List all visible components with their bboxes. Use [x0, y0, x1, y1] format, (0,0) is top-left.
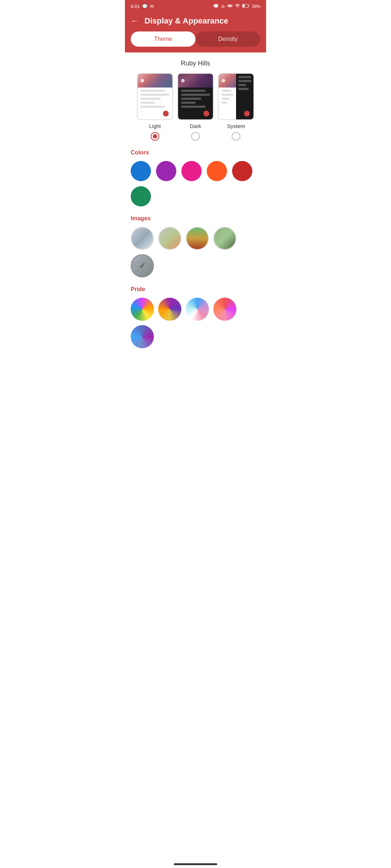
pride-row	[131, 298, 260, 348]
system-line4	[222, 102, 227, 104]
dark-radio[interactable]	[191, 132, 200, 141]
color-orange[interactable]	[207, 161, 227, 181]
light-line2	[140, 94, 169, 96]
theme-name: Ruby Hills	[131, 60, 260, 67]
colors-section-header: Colors	[131, 149, 260, 156]
system-radio[interactable]	[232, 132, 240, 141]
light-body	[138, 88, 172, 112]
system-preview	[218, 73, 254, 120]
dark-line3	[181, 98, 201, 100]
image-3[interactable]	[186, 227, 209, 250]
email-icon: ✉	[150, 4, 154, 9]
pride-1[interactable]	[131, 298, 154, 321]
battery-percent: 38%	[252, 4, 260, 9]
whatsapp-icon: 💬	[142, 4, 148, 9]
images-section-header: Images	[131, 215, 260, 222]
dark-preview	[177, 73, 214, 120]
system-dark-line3	[238, 84, 246, 86]
status-left: 6:01 💬 ✉	[131, 4, 154, 9]
dnd-icon: ⊖	[221, 4, 225, 9]
wifi-icon	[227, 3, 233, 9]
system-dark-lines	[236, 74, 253, 94]
image-4[interactable]	[213, 227, 236, 250]
pride-4[interactable]	[213, 298, 236, 321]
dark-header-img	[178, 74, 213, 88]
color-pink[interactable]	[181, 161, 202, 181]
light-line5	[140, 106, 165, 108]
selected-checkmark: ✓	[139, 261, 146, 271]
dark-line5	[181, 106, 206, 108]
dark-line4	[181, 102, 196, 104]
light-line4	[140, 102, 155, 104]
light-line1	[140, 90, 165, 92]
back-button[interactable]: ←	[131, 16, 139, 26]
status-right: ⊖ 38%	[213, 3, 260, 10]
color-red[interactable]	[232, 161, 252, 181]
system-body	[219, 88, 236, 108]
image-5-selected[interactable]: ✓	[131, 254, 154, 277]
theme-options: Light Dark	[131, 73, 260, 141]
vibrate-icon	[213, 3, 219, 10]
dark-body	[178, 88, 213, 112]
status-bar: 6:01 💬 ✉ ⊖ 38%	[125, 0, 266, 12]
header: ← Display & Appearance	[125, 12, 266, 31]
signal-icon	[235, 3, 240, 9]
light-label: Light	[149, 123, 161, 129]
system-header-dot	[222, 79, 225, 82]
system-dark-line4	[238, 88, 249, 90]
tab-bar: Theme Density	[125, 31, 266, 52]
system-dark-line1	[238, 76, 251, 78]
system-line2	[222, 94, 233, 96]
light-preview	[137, 73, 173, 120]
theme-option-light[interactable]: Light	[137, 73, 173, 141]
light-header-img	[138, 74, 172, 88]
light-line3	[140, 98, 161, 100]
battery-icon	[242, 4, 249, 9]
dark-label: Dark	[190, 123, 201, 129]
color-blue[interactable]	[131, 161, 151, 181]
dark-line1	[181, 90, 206, 92]
image-2[interactable]	[158, 227, 181, 250]
theme-option-system[interactable]: System	[218, 73, 254, 141]
image-1[interactable]	[131, 227, 154, 250]
light-fab	[163, 111, 169, 116]
pride-2[interactable]	[158, 298, 181, 321]
svg-rect-1	[243, 5, 245, 7]
light-header-dot	[140, 79, 144, 82]
time: 6:01	[131, 4, 140, 9]
content: Ruby Hills Light	[125, 52, 266, 356]
pride-5[interactable]	[131, 325, 154, 348]
pride-3[interactable]	[186, 298, 209, 321]
colors-row	[131, 161, 260, 207]
tab-theme[interactable]: Theme	[131, 31, 196, 47]
tab-density[interactable]: Density	[196, 31, 260, 47]
system-line1	[222, 90, 231, 92]
color-purple[interactable]	[156, 161, 176, 181]
dark-line2	[181, 94, 210, 96]
images-row: ✓	[131, 227, 260, 277]
dark-fab	[203, 111, 209, 116]
system-label: System	[227, 123, 245, 129]
light-radio[interactable]	[151, 132, 159, 141]
page-title: Display & Appearance	[144, 16, 228, 26]
system-line3	[222, 98, 230, 100]
theme-option-dark[interactable]: Dark	[177, 73, 214, 141]
color-green[interactable]	[131, 186, 151, 207]
pride-section-header: Pride	[131, 286, 260, 293]
system-dark-line2	[238, 80, 251, 82]
dark-header-dot	[181, 79, 185, 82]
system-fab	[244, 111, 250, 116]
